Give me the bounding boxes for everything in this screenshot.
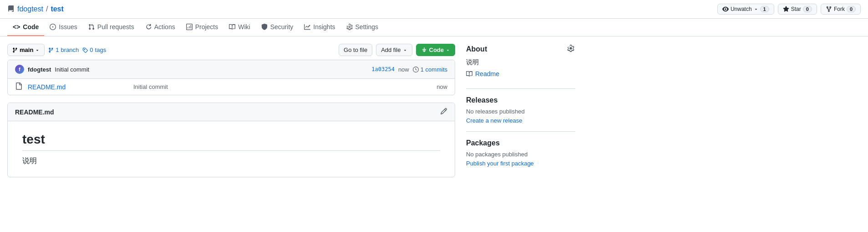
readme-sidebar-link[interactable]: Readme <box>466 70 575 77</box>
file-time: now <box>437 83 447 90</box>
go-to-file-label: Go to file <box>344 46 367 53</box>
tab-settings[interactable]: Settings <box>341 19 384 36</box>
readme-edit-button[interactable] <box>440 108 447 116</box>
insights-icon <box>304 24 310 30</box>
sidebar-divider-1 <box>466 88 575 89</box>
about-header: About <box>466 44 575 55</box>
tab-projects-label: Projects <box>195 23 218 31</box>
top-actions: Unwatch 1 Star 0 Fork 0 <box>717 4 861 15</box>
dropdown-icon <box>35 48 40 52</box>
tag-count: 0 <box>90 46 93 53</box>
star-button[interactable]: Star 0 <box>778 4 817 15</box>
commit-hash-link[interactable]: 1a03254 <box>371 66 395 72</box>
tab-wiki[interactable]: Wiki <box>223 19 255 36</box>
about-settings-button[interactable] <box>566 44 575 55</box>
main-container: main 1 branch 0 tags Go to file <box>0 36 583 185</box>
star-label: Star <box>791 6 801 12</box>
repo-icon <box>7 5 15 13</box>
tab-actions-label: Actions <box>154 23 175 31</box>
wiki-icon <box>229 24 235 30</box>
top-bar: fdogtest / test Unwatch 1 Star 0 Fork 0 <box>0 0 868 19</box>
tab-issues[interactable]: Issues <box>44 19 82 36</box>
avatar: f <box>15 65 24 74</box>
no-releases-label: No releases published <box>466 108 575 115</box>
readme-sidebar-label: Readme <box>475 70 499 77</box>
branch-bar: main 1 branch 0 tags Go to file <box>7 44 455 56</box>
star-icon <box>783 6 789 12</box>
gear-icon <box>567 45 574 52</box>
org-link[interactable]: fdogtest <box>17 5 43 13</box>
releases-section: Releases No releases published Create a … <box>466 96 575 124</box>
readme-description: 说明 <box>22 156 440 166</box>
branch-count-icon <box>48 47 54 53</box>
pr-icon <box>88 24 95 30</box>
security-icon <box>261 24 268 30</box>
issues-icon <box>50 24 56 30</box>
readme-body: test 说明 <box>8 121 455 177</box>
fork-count: 0 <box>847 6 856 12</box>
tab-code-label: Code <box>23 23 39 31</box>
tag-count-link[interactable]: 0 tags <box>82 46 106 53</box>
commit-meta: 1a03254 now 1 commits <box>371 66 447 73</box>
fork-icon <box>826 6 832 12</box>
repo-nav: <> Code Issues Pull requests Actions Pro… <box>0 19 868 36</box>
sidebar: About 说明 Readme Releases No releases pub… <box>466 44 575 177</box>
commit-header: f fdogtest Initial commit 1a03254 now 1 … <box>8 60 455 79</box>
file-name-link[interactable]: README.md <box>28 83 66 91</box>
publish-package-link[interactable]: Publish your first package <box>466 160 534 167</box>
no-packages-label: No packages published <box>466 151 575 158</box>
create-release-link[interactable]: Create a new release <box>466 117 523 124</box>
readme-title: README.md <box>15 108 54 116</box>
tab-projects[interactable]: Projects <box>181 19 224 36</box>
tab-insights-label: Insights <box>313 23 335 31</box>
about-section: About 说明 Readme <box>466 44 575 77</box>
tab-insights[interactable]: Insights <box>299 19 340 36</box>
commits-count-link[interactable]: 1 commits <box>421 66 447 73</box>
projects-icon <box>186 24 193 30</box>
file-table: f fdogtest Initial commit 1a03254 now 1 … <box>7 60 455 95</box>
code-label: Code <box>429 46 444 53</box>
commits-label: commits <box>426 66 447 73</box>
commit-message: Initial commit <box>55 66 89 73</box>
readme-box: README.md test 说明 <box>7 103 455 177</box>
tab-security-label: Security <box>270 23 294 31</box>
repo-title: fdogtest / test <box>7 5 64 13</box>
fork-label: Fork <box>834 6 845 12</box>
tab-issues-label: Issues <box>59 23 77 31</box>
about-title: About <box>466 45 487 53</box>
book-icon <box>466 71 472 77</box>
releases-title: Releases <box>466 96 575 104</box>
commits-link: 1 commits <box>413 66 447 73</box>
tab-actions[interactable]: Actions <box>140 19 181 36</box>
unwatch-button[interactable]: Unwatch 1 <box>717 4 774 15</box>
star-count: 0 <box>803 6 812 12</box>
tab-settings-label: Settings <box>355 23 379 31</box>
tab-security[interactable]: Security <box>256 19 299 36</box>
actions-icon <box>145 24 152 30</box>
sidebar-divider-2 <box>466 131 575 132</box>
branch-selector[interactable]: main <box>7 44 45 56</box>
go-to-file-button[interactable]: Go to file <box>339 44 372 56</box>
file-name: README.md <box>28 83 128 91</box>
eye-icon <box>722 6 729 12</box>
code-button[interactable]: Code <box>416 44 456 56</box>
code-icon: <> <box>13 23 20 31</box>
branch-label: branch <box>61 46 79 53</box>
packages-title: Packages <box>466 139 575 147</box>
unwatch-count: 1 <box>760 6 769 12</box>
unwatch-label: Unwatch <box>731 6 752 12</box>
tag-icon <box>82 47 88 53</box>
repo-name-link[interactable]: test <box>51 5 63 13</box>
add-file-label: Add file <box>381 46 401 53</box>
add-file-chevron <box>403 48 407 52</box>
file-icon <box>15 82 22 91</box>
tag-label: tags <box>95 46 107 53</box>
fork-button[interactable]: Fork 0 <box>821 4 861 15</box>
tab-code[interactable]: <> Code <box>7 19 44 36</box>
tab-pull-requests[interactable]: Pull requests <box>83 19 140 36</box>
branch-icon <box>12 47 18 53</box>
add-file-button[interactable]: Add file <box>376 44 412 56</box>
pencil-icon <box>440 108 447 115</box>
branch-count-link[interactable]: 1 branch <box>48 46 79 53</box>
commit-info: f fdogtest Initial commit <box>15 65 89 74</box>
